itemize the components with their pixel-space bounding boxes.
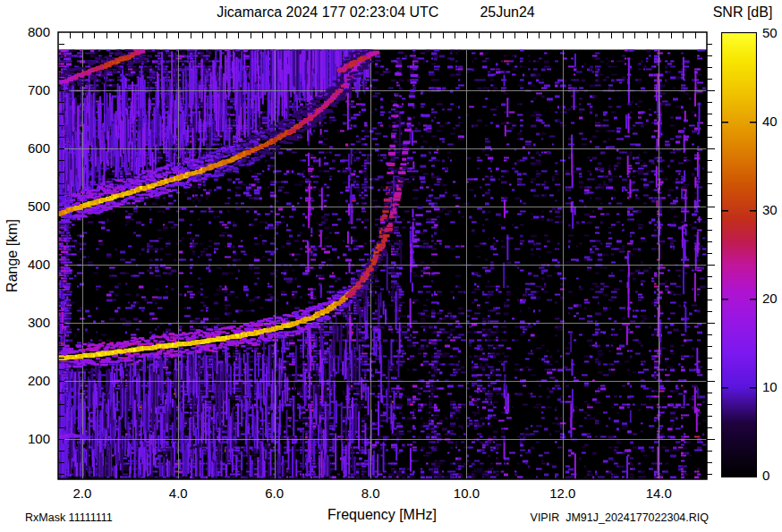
y-tick-label: 200 (18, 373, 50, 388)
x-tick-label: 8.0 (351, 486, 390, 501)
plot-title: Jicamarca 2024 177 02:23:04 UTC (217, 4, 438, 20)
colorbar-tick-label: 40 (762, 114, 782, 129)
x-tick-label: 6.0 (255, 486, 294, 501)
rxmask-text: RxMask 11111111 (25, 511, 113, 524)
x-tick-label: 12.0 (543, 486, 582, 501)
y-tick-label: 300 (18, 315, 50, 330)
x-tick-label: 2.0 (63, 486, 102, 501)
x-tick-label: 10.0 (446, 486, 486, 501)
y-tick-label: 500 (18, 198, 50, 214)
y-tick-label: 800 (18, 24, 50, 39)
colorbar-tick-label: 30 (762, 202, 782, 217)
ionogram-heatmap (51, 27, 718, 485)
x-tick-label: 14.0 (639, 486, 678, 501)
y-axis-label: Range [km] (4, 219, 21, 292)
colorbar-tick-label: 50 (762, 25, 782, 40)
colorbar-tick-label: 0 (762, 468, 782, 483)
x-tick-label: 4.0 (158, 486, 198, 501)
snr-colorbar (721, 32, 757, 477)
plot-date: 25Jun24 (480, 4, 534, 20)
colorbar-tick-label: 10 (762, 379, 782, 394)
filename-text: VIPIR JM91J_2024177022304.RIQ (531, 511, 709, 524)
ionogram-page: Jicamarca 2024 177 02:23:04 UTC25Jun24 S… (0, 0, 782, 532)
x-axis-label: Frequency [MHz] (293, 507, 472, 523)
y-tick-label: 600 (18, 140, 50, 156)
y-tick-label: 700 (18, 82, 50, 97)
plot-title-row: Jicamarca 2024 177 02:23:04 UTC25Jun24 (0, 4, 752, 21)
y-tick-label: 100 (18, 431, 50, 446)
colorbar-tick-label: 20 (762, 291, 782, 306)
colorbar-title: SNR [dB] (703, 4, 782, 21)
y-tick-label: 400 (18, 257, 50, 272)
